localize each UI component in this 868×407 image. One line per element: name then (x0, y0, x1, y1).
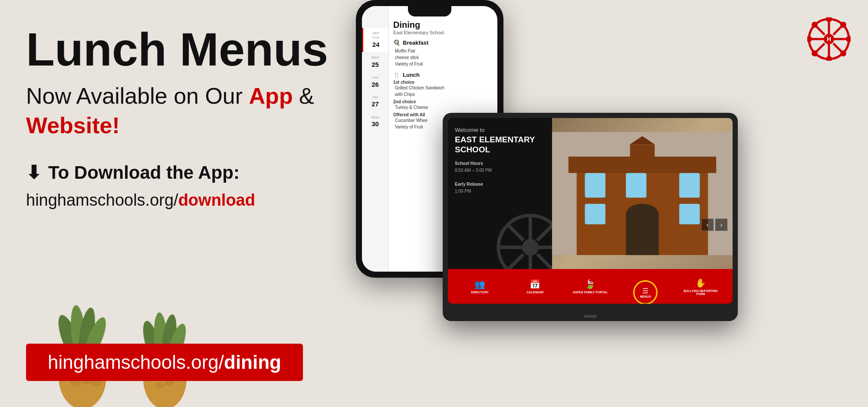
tablet-left-panel: Welcome to EAST ELEMENTARY SCHOOL School… (448, 118, 552, 269)
svg-point-11 (826, 17, 832, 22)
download-url-red: download (178, 191, 255, 209)
breakfast-icon: 🍳 (393, 39, 400, 46)
nav-bullying[interactable]: ✋ BULLYING REPORTING FORM (681, 278, 720, 295)
dining-title: Dining (393, 20, 493, 30)
date-thu-abbr: THU (365, 75, 386, 80)
tablet-nav-arrows: ‹ › (701, 219, 727, 231)
svg-line-60 (507, 224, 523, 240)
menus-icon: ☰ (642, 287, 648, 295)
tablet-home-button (584, 315, 597, 318)
building-svg (552, 118, 733, 269)
breakfast-items: Muffin Flatcheese stickVariety of Fruit (393, 48, 493, 67)
date-25-num: 25 (365, 60, 386, 69)
svg-point-52 (155, 382, 164, 388)
phone-notch (408, 6, 451, 16)
main-title: Lunch Menus (26, 26, 352, 73)
svg-point-18 (812, 50, 818, 56)
download-icon: ⬇ (26, 162, 41, 183)
svg-point-53 (164, 380, 174, 386)
svg-point-15 (812, 22, 818, 28)
date-wed-25: WED 25 (362, 52, 388, 72)
nav-aspen[interactable]: 🍃 ASPEN FAMILY PORTAL (571, 279, 610, 294)
lunch-icon: 🍴 (393, 72, 400, 78)
svg-point-55 (522, 239, 539, 256)
calendar-icon: 📅 (529, 279, 540, 289)
tablet-screen: Welcome to EAST ELEMENTARY SCHOOL School… (448, 118, 733, 304)
tablet-school-title: EAST ELEMENTARY SCHOOL (455, 135, 545, 155)
banner-plain: hinghamschools.org/ (48, 351, 224, 373)
tablet-helm-bg (496, 213, 552, 269)
tablet-right-photo: ‹ › (552, 118, 733, 269)
breakfast-section: 🍳 Breakfast Muffin Flatcheese stickVarie… (393, 39, 493, 67)
subtitle-app: App (249, 83, 293, 108)
svg-point-13 (807, 36, 812, 42)
date-27-num: 27 (365, 100, 386, 108)
early-release-time: 1:00 PM (455, 188, 545, 195)
subtitle-plain: Now Available on Our (26, 83, 249, 108)
svg-line-61 (537, 254, 552, 269)
nav-calendar[interactable]: 📅 CALENDAR (516, 279, 555, 294)
date-26-num: 26 (365, 80, 386, 89)
breakfast-title: 🍳 Breakfast (393, 39, 493, 46)
subtitle-website: Website! (26, 113, 120, 138)
school-hours-label: School Hours (455, 160, 545, 167)
download-section: ⬇ To Download the App: hinghamschools.or… (26, 162, 352, 210)
banner-bold: dining (224, 351, 281, 373)
date-mon-30: MON 30 (362, 112, 388, 132)
svg-text:H: H (827, 36, 831, 43)
tablet-main: Welcome to EAST ELEMENTARY SCHOOL School… (448, 118, 733, 269)
helm-logo: H (807, 17, 851, 61)
date-30-num: 30 (365, 120, 386, 128)
date-wed-abbr: WED (365, 56, 386, 60)
svg-rect-73 (679, 204, 700, 224)
svg-point-17 (840, 22, 846, 28)
lunch-title: 🍴 Lunch (393, 72, 493, 78)
download-label-text: To Download the App: (48, 162, 240, 183)
svg-point-14 (846, 36, 851, 42)
directory-icon: 👥 (474, 279, 485, 289)
next-arrow[interactable]: › (715, 219, 727, 231)
bottom-banner: hinghamschools.org/dining (26, 344, 303, 381)
svg-line-63 (507, 254, 523, 269)
date-24-num: 24 (366, 40, 386, 49)
date-fri-abbr: FRI (365, 95, 386, 100)
svg-rect-69 (585, 173, 605, 198)
download-label: ⬇ To Download the App: (26, 162, 352, 183)
download-url-plain: hinghamschools.org/ (26, 191, 178, 209)
svg-rect-71 (679, 173, 700, 198)
download-url: hinghamschools.org/download (26, 191, 352, 210)
school-hours: 8:50 AM – 3:00 PM (455, 167, 545, 174)
date-tue-abbr: TUE (366, 36, 386, 40)
breakfast-label: Breakfast (403, 39, 428, 46)
bullying-label: BULLYING REPORTING FORM (681, 289, 720, 295)
date-sep-24: SEP TUE 24 (362, 28, 388, 52)
date-thu-26: THU 26 (362, 72, 388, 92)
svg-point-68 (626, 204, 659, 224)
nav-directory[interactable]: 👥 DIRECTORY (460, 279, 500, 294)
prev-arrow[interactable]: ‹ (701, 219, 713, 231)
tablet-mockup: Welcome to EAST ELEMENTARY SCHOOL School… (443, 113, 738, 321)
tablet-info: School Hours 8:50 AM – 3:00 PM Early Rel… (455, 160, 545, 195)
tablet-frame: Welcome to EAST ELEMENTARY SCHOOL School… (443, 113, 738, 321)
choice2-label: 2nd choice (393, 99, 493, 104)
early-release-label: Early Release (455, 181, 545, 188)
svg-rect-74 (630, 144, 655, 161)
phone-sidebar: SEP TUE 24 WED 25 THU 26 FRI 27 MON (362, 6, 389, 272)
bullying-icon: ✋ (695, 278, 706, 288)
svg-point-12 (826, 56, 832, 61)
svg-rect-70 (626, 173, 646, 198)
svg-rect-72 (585, 204, 605, 224)
menus-circle: ☰ MENUS (633, 280, 658, 304)
tablet-welcome: Welcome to (455, 127, 545, 133)
menus-label-active: MENUS (640, 295, 651, 298)
choice1-label: 1st choice (393, 80, 493, 85)
choice1-items: Grilled Chicken Sandwichwith Chips (393, 85, 493, 98)
calendar-label: CALENDAR (526, 291, 543, 294)
tablet-nav: 👥 DIRECTORY 📅 CALENDAR 🍃 ASPEN FAMILY PO… (448, 269, 733, 304)
directory-label: DIRECTORY (471, 291, 489, 294)
choice2-items: Turkey & Cheese (393, 104, 493, 111)
left-content: Lunch Menus Now Available on Our App & W… (26, 26, 352, 210)
aspen-icon: 🍃 (585, 279, 595, 289)
svg-point-16 (840, 50, 846, 56)
aspen-label: ASPEN FAMILY PORTAL (572, 291, 608, 294)
